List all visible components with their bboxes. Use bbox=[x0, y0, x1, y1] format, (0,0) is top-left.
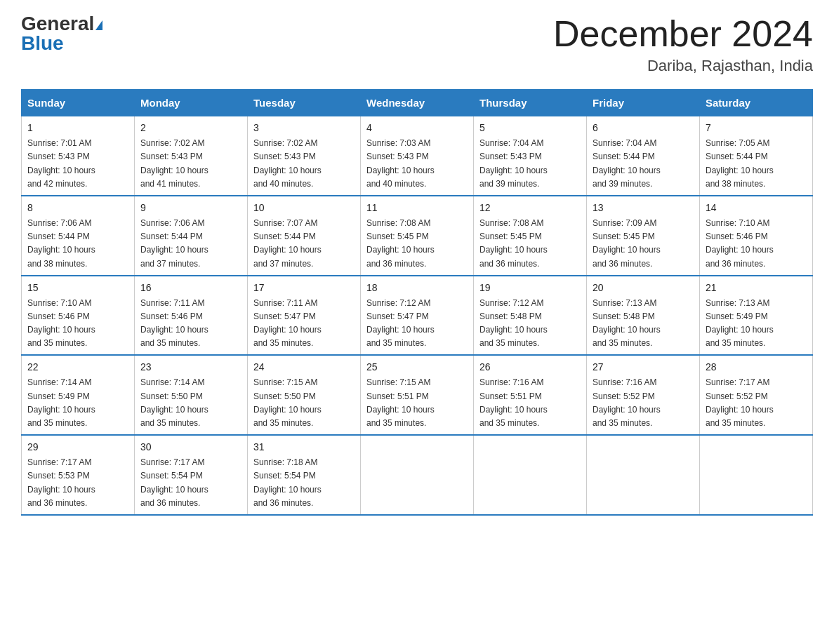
day-info: Sunrise: 7:12 AMSunset: 5:47 PMDaylight:… bbox=[366, 297, 468, 351]
day-number: 26 bbox=[479, 360, 581, 375]
day-info: Sunrise: 7:11 AMSunset: 5:46 PMDaylight:… bbox=[140, 297, 241, 351]
day-number: 31 bbox=[253, 440, 355, 455]
day-number: 11 bbox=[366, 201, 468, 215]
day-cell: 26Sunrise: 7:16 AMSunset: 5:51 PMDayligh… bbox=[474, 355, 587, 435]
header-friday: Friday bbox=[587, 90, 700, 116]
week-row-1: 1Sunrise: 7:01 AMSunset: 5:43 PMDaylight… bbox=[22, 116, 813, 196]
day-info: Sunrise: 7:10 AMSunset: 5:46 PMDaylight:… bbox=[706, 217, 807, 271]
day-cell: 14Sunrise: 7:10 AMSunset: 5:46 PMDayligh… bbox=[700, 196, 813, 276]
day-info: Sunrise: 7:04 AMSunset: 5:43 PMDaylight:… bbox=[479, 137, 581, 191]
day-cell: 11Sunrise: 7:08 AMSunset: 5:45 PMDayligh… bbox=[361, 196, 474, 276]
logo-blue: Blue bbox=[21, 32, 64, 54]
day-cell: 20Sunrise: 7:13 AMSunset: 5:48 PMDayligh… bbox=[587, 276, 700, 356]
day-cell: 17Sunrise: 7:11 AMSunset: 5:47 PMDayligh… bbox=[248, 276, 361, 356]
day-cell: 13Sunrise: 7:09 AMSunset: 5:45 PMDayligh… bbox=[587, 196, 700, 276]
title-section: December 2024 Dariba, Rajasthan, India bbox=[553, 14, 813, 75]
page-header: General Blue December 2024 Dariba, Rajas… bbox=[21, 14, 813, 75]
header-sunday: Sunday bbox=[22, 90, 135, 116]
day-info: Sunrise: 7:09 AMSunset: 5:45 PMDaylight:… bbox=[593, 217, 694, 271]
day-info: Sunrise: 7:13 AMSunset: 5:49 PMDaylight:… bbox=[706, 297, 807, 351]
day-info: Sunrise: 7:08 AMSunset: 5:45 PMDaylight:… bbox=[479, 217, 581, 271]
day-cell: 25Sunrise: 7:15 AMSunset: 5:51 PMDayligh… bbox=[361, 355, 474, 435]
day-cell: 23Sunrise: 7:14 AMSunset: 5:50 PMDayligh… bbox=[135, 355, 248, 435]
day-number: 23 bbox=[140, 360, 241, 375]
day-number: 19 bbox=[479, 281, 581, 295]
day-cell bbox=[474, 435, 587, 515]
logo-general: General bbox=[21, 13, 94, 34]
day-info: Sunrise: 7:06 AMSunset: 5:44 PMDaylight:… bbox=[140, 217, 241, 271]
day-info: Sunrise: 7:15 AMSunset: 5:50 PMDaylight:… bbox=[253, 376, 355, 430]
days-header-row: SundayMondayTuesdayWednesdayThursdayFrid… bbox=[22, 90, 813, 116]
day-info: Sunrise: 7:04 AMSunset: 5:44 PMDaylight:… bbox=[593, 137, 694, 191]
day-cell bbox=[700, 435, 813, 515]
day-info: Sunrise: 7:02 AMSunset: 5:43 PMDaylight:… bbox=[253, 137, 355, 191]
day-cell: 8Sunrise: 7:06 AMSunset: 5:44 PMDaylight… bbox=[22, 196, 135, 276]
day-cell: 7Sunrise: 7:05 AMSunset: 5:44 PMDaylight… bbox=[700, 116, 813, 196]
day-cell: 24Sunrise: 7:15 AMSunset: 5:50 PMDayligh… bbox=[248, 355, 361, 435]
month-title: December 2024 bbox=[553, 14, 813, 54]
day-info: Sunrise: 7:15 AMSunset: 5:51 PMDaylight:… bbox=[366, 376, 468, 430]
day-number: 18 bbox=[366, 281, 468, 295]
header-monday: Monday bbox=[135, 90, 248, 116]
day-number: 7 bbox=[706, 121, 807, 135]
day-info: Sunrise: 7:08 AMSunset: 5:45 PMDaylight:… bbox=[366, 217, 468, 271]
day-cell: 30Sunrise: 7:17 AMSunset: 5:54 PMDayligh… bbox=[135, 435, 248, 515]
day-cell: 29Sunrise: 7:17 AMSunset: 5:53 PMDayligh… bbox=[22, 435, 135, 515]
day-cell: 4Sunrise: 7:03 AMSunset: 5:43 PMDaylight… bbox=[361, 116, 474, 196]
header-tuesday: Tuesday bbox=[248, 90, 361, 116]
day-info: Sunrise: 7:14 AMSunset: 5:50 PMDaylight:… bbox=[140, 376, 241, 430]
day-number: 3 bbox=[253, 121, 355, 135]
day-cell: 12Sunrise: 7:08 AMSunset: 5:45 PMDayligh… bbox=[474, 196, 587, 276]
header-thursday: Thursday bbox=[474, 90, 587, 116]
day-info: Sunrise: 7:17 AMSunset: 5:54 PMDaylight:… bbox=[140, 456, 241, 510]
day-info: Sunrise: 7:17 AMSunset: 5:53 PMDaylight:… bbox=[27, 456, 128, 510]
day-number: 4 bbox=[366, 121, 468, 135]
day-cell bbox=[361, 435, 474, 515]
day-cell: 6Sunrise: 7:04 AMSunset: 5:44 PMDaylight… bbox=[587, 116, 700, 196]
day-cell: 2Sunrise: 7:02 AMSunset: 5:43 PMDaylight… bbox=[135, 116, 248, 196]
week-row-5: 29Sunrise: 7:17 AMSunset: 5:53 PMDayligh… bbox=[22, 435, 813, 515]
day-number: 15 bbox=[27, 281, 128, 295]
calendar-table: SundayMondayTuesdayWednesdayThursdayFrid… bbox=[21, 89, 813, 516]
day-info: Sunrise: 7:16 AMSunset: 5:51 PMDaylight:… bbox=[479, 376, 581, 430]
day-number: 27 bbox=[593, 360, 694, 375]
day-number: 24 bbox=[253, 360, 355, 375]
day-info: Sunrise: 7:18 AMSunset: 5:54 PMDaylight:… bbox=[253, 456, 355, 510]
day-number: 22 bbox=[27, 360, 128, 375]
location-title: Dariba, Rajasthan, India bbox=[553, 57, 813, 75]
day-number: 17 bbox=[253, 281, 355, 295]
day-info: Sunrise: 7:05 AMSunset: 5:44 PMDaylight:… bbox=[706, 137, 807, 191]
day-cell: 1Sunrise: 7:01 AMSunset: 5:43 PMDaylight… bbox=[22, 116, 135, 196]
day-number: 29 bbox=[27, 440, 128, 455]
day-info: Sunrise: 7:07 AMSunset: 5:44 PMDaylight:… bbox=[253, 217, 355, 271]
day-info: Sunrise: 7:06 AMSunset: 5:44 PMDaylight:… bbox=[27, 217, 128, 271]
day-cell: 10Sunrise: 7:07 AMSunset: 5:44 PMDayligh… bbox=[248, 196, 361, 276]
day-info: Sunrise: 7:11 AMSunset: 5:47 PMDaylight:… bbox=[253, 297, 355, 351]
day-info: Sunrise: 7:17 AMSunset: 5:52 PMDaylight:… bbox=[706, 376, 807, 430]
day-cell: 31Sunrise: 7:18 AMSunset: 5:54 PMDayligh… bbox=[248, 435, 361, 515]
logo: General Blue bbox=[21, 14, 102, 53]
day-number: 30 bbox=[140, 440, 241, 455]
day-info: Sunrise: 7:14 AMSunset: 5:49 PMDaylight:… bbox=[27, 376, 128, 430]
week-row-2: 8Sunrise: 7:06 AMSunset: 5:44 PMDaylight… bbox=[22, 196, 813, 276]
day-info: Sunrise: 7:13 AMSunset: 5:48 PMDaylight:… bbox=[593, 297, 694, 351]
week-row-3: 15Sunrise: 7:10 AMSunset: 5:46 PMDayligh… bbox=[22, 276, 813, 356]
day-info: Sunrise: 7:12 AMSunset: 5:48 PMDaylight:… bbox=[479, 297, 581, 351]
day-number: 12 bbox=[479, 201, 581, 215]
day-number: 5 bbox=[479, 121, 581, 135]
header-saturday: Saturday bbox=[700, 90, 813, 116]
day-cell: 19Sunrise: 7:12 AMSunset: 5:48 PMDayligh… bbox=[474, 276, 587, 356]
day-number: 1 bbox=[27, 121, 128, 135]
day-info: Sunrise: 7:01 AMSunset: 5:43 PMDaylight:… bbox=[27, 137, 128, 191]
day-info: Sunrise: 7:16 AMSunset: 5:52 PMDaylight:… bbox=[593, 376, 694, 430]
day-cell: 3Sunrise: 7:02 AMSunset: 5:43 PMDaylight… bbox=[248, 116, 361, 196]
header-wednesday: Wednesday bbox=[361, 90, 474, 116]
day-cell: 18Sunrise: 7:12 AMSunset: 5:47 PMDayligh… bbox=[361, 276, 474, 356]
day-cell: 16Sunrise: 7:11 AMSunset: 5:46 PMDayligh… bbox=[135, 276, 248, 356]
day-number: 9 bbox=[140, 201, 241, 215]
day-info: Sunrise: 7:10 AMSunset: 5:46 PMDaylight:… bbox=[27, 297, 128, 351]
day-cell: 5Sunrise: 7:04 AMSunset: 5:43 PMDaylight… bbox=[474, 116, 587, 196]
day-cell: 27Sunrise: 7:16 AMSunset: 5:52 PMDayligh… bbox=[587, 355, 700, 435]
day-number: 21 bbox=[706, 281, 807, 295]
day-cell: 15Sunrise: 7:10 AMSunset: 5:46 PMDayligh… bbox=[22, 276, 135, 356]
